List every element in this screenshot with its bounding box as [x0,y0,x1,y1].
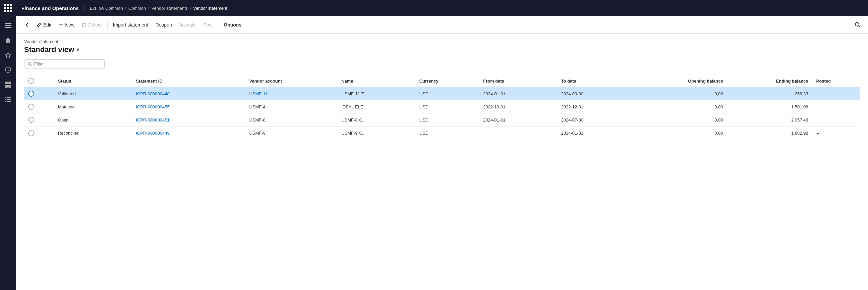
svg-line-22 [31,64,32,66]
sidebar-item-home[interactable] [1,34,15,47]
star-icon [5,52,11,58]
row-statement-id: ICPR-000000449 [132,126,245,140]
post-button[interactable]: Post [200,20,216,30]
row-checkbox[interactable] [28,130,34,136]
search-icon [855,22,861,28]
toolbar-divider-2 [218,21,218,29]
row-posted [812,113,860,126]
row-ending-balance: 1 882,98 [727,126,812,140]
sidebar-item-menu[interactable] [1,19,15,32]
breadcrumb-common[interactable]: Common [128,6,146,11]
view-title: Standard view ∨ [24,45,860,54]
breadcrumb-sep-2: › [148,6,150,10]
header-statement-id: Statement ID [132,75,245,87]
validate-button[interactable]: Validate [176,20,199,30]
header-name: Name [337,75,415,87]
svg-rect-9 [5,97,6,98]
vendor-account-text: USMF-8 [249,117,265,122]
sidebar [0,0,16,290]
row-vendor-account: USMF-9 [245,126,337,140]
row-opening-balance: 0,00 [635,87,727,100]
import-button[interactable]: Import statement [110,20,152,30]
header-to-date: To date [557,75,635,87]
back-button[interactable] [22,21,33,29]
row-currency: USD [415,100,479,113]
sidebar-item-recent[interactable] [1,63,15,77]
row-checkbox[interactable] [28,117,34,123]
reopen-button[interactable]: Reopen [152,20,175,30]
row-to-date: 2024-01-31 [557,126,635,140]
vendor-account-link[interactable]: USMF-11 [249,91,268,96]
filter-input[interactable] [34,61,101,66]
breadcrumb-sep-3: › [190,6,191,10]
apps-launcher-button[interactable] [3,3,13,13]
svg-line-20 [859,26,860,27]
row-status: Validated [54,87,132,100]
toolbar-divider-1 [107,21,107,29]
toolbar-search-button[interactable] [852,20,863,30]
plus-icon [59,23,63,27]
edit-label: Edit [43,22,51,28]
row-checkbox-cell [24,87,54,100]
row-statement-id: ICPR-000000451 [132,113,245,126]
data-table: Status Statement ID Vendor account Name … [24,75,860,140]
edit-icon [37,23,41,27]
header-checkbox[interactable] [28,78,34,84]
svg-rect-13 [5,101,6,102]
row-checkbox[interactable] [28,104,34,110]
top-header: Finance and Operations ExFlow Common › C… [16,0,868,16]
row-posted [812,87,860,100]
edit-button[interactable]: Edit [33,20,55,30]
row-opening-balance: 0,00 [635,100,727,113]
row-status: Matched [54,100,132,113]
row-checkbox[interactable] [28,91,34,97]
row-from-date [479,126,557,140]
row-to-date: 2022-12-31 [557,100,635,113]
row-ending-balance: 1 501,08 [727,100,812,113]
statement-id-link[interactable]: ICPR-000000448 [136,91,169,96]
svg-rect-2 [5,27,11,28]
row-name: USMF-8 C... [337,113,415,126]
sidebar-item-workspaces[interactable] [1,78,15,91]
row-ending-balance: 256,33 [727,87,812,100]
sidebar-nav [0,19,16,106]
header-from-date: From date [479,75,557,87]
statement-id-link[interactable]: ICPR-000000455 [136,105,169,109]
new-label: New [65,22,74,28]
svg-point-21 [28,62,31,64]
svg-rect-6 [8,82,11,84]
view-title-text: Standard view [24,45,74,54]
breadcrumb-exflow[interactable]: ExFlow Common [90,6,123,11]
view-title-chevron-icon[interactable]: ∨ [76,47,80,52]
sidebar-item-list[interactable] [1,93,15,106]
delete-label: Delete [88,22,101,28]
svg-rect-5 [5,82,8,84]
table-row[interactable]: Open ICPR-000000451 USMF-8 USMF-8 C... U… [24,113,860,126]
table-body: Validated ICPR-000000448 USMF-11 USMF-11… [24,87,860,140]
table-header-row: Status Statement ID Vendor account Name … [24,75,860,87]
options-button[interactable]: Options [220,20,245,30]
row-from-date: 2024-01-01 [479,113,557,126]
row-opening-balance: 0,00 [635,126,727,140]
sidebar-item-favorites[interactable] [1,48,15,62]
svg-rect-10 [7,97,11,98]
row-status: Reconciled [54,126,132,140]
row-name: USMF-9 C... [337,126,415,140]
statement-id-link[interactable]: ICPR-000000451 [136,117,169,122]
table-row[interactable]: Reconciled ICPR-000000449 USMF-9 USMF-9 … [24,126,860,140]
table-row[interactable]: Validated ICPR-000000448 USMF-11 USMF-11… [24,87,860,100]
row-from-date: 2024-01-01 [479,87,557,100]
svg-rect-14 [7,101,11,102]
breadcrumb-sep-1: › [125,6,126,10]
table-row[interactable]: Matched ICPR-000000455 USMF-4 IDEAL ELE.… [24,100,860,113]
header-vendor-account: Vendor account [245,75,337,87]
row-name: USMF-11 Z [337,87,415,100]
row-ending-balance: 2 057,48 [727,113,812,126]
back-icon [25,23,30,27]
new-button[interactable]: New [55,20,78,30]
row-checkbox-cell [24,113,54,126]
breadcrumb-vendor-statement: Vendor statement [193,6,227,11]
breadcrumb-vendor-statements[interactable]: Vendor statements [152,6,188,11]
statement-id-link[interactable]: ICPR-000000449 [136,130,169,136]
delete-button[interactable]: Delete [79,20,105,30]
